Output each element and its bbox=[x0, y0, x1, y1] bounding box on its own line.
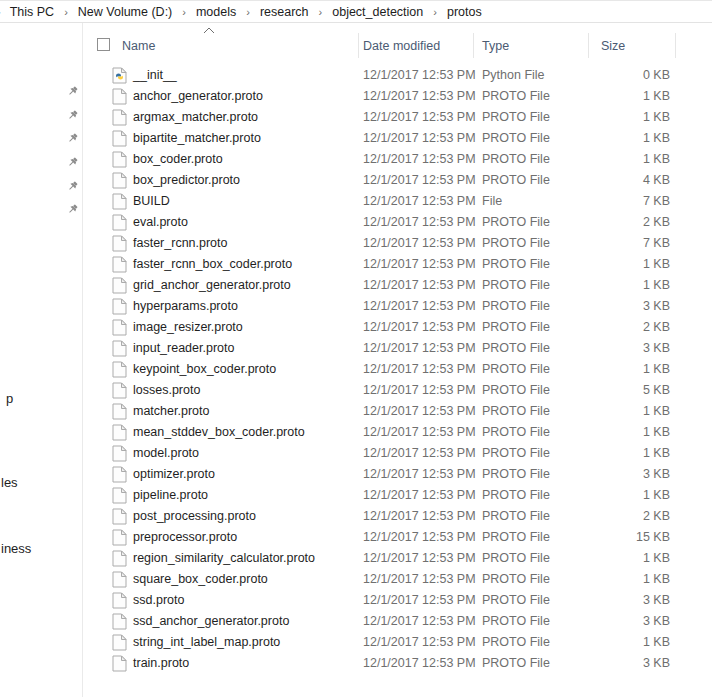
column-header-size[interactable]: Size bbox=[601, 36, 625, 56]
file-name: model.proto bbox=[133, 443, 199, 464]
file-icon bbox=[112, 655, 127, 672]
table-row[interactable]: input_reader.proto12/1/2017 12:53 PMPROT… bbox=[0, 338, 712, 359]
table-row[interactable]: __init__12/1/2017 12:53 PMPython File0 K… bbox=[0, 65, 712, 86]
file-type: PROTO File bbox=[482, 422, 550, 443]
table-row[interactable]: ssd_anchor_generator.proto12/1/2017 12:5… bbox=[0, 611, 712, 632]
table-row[interactable]: faster_rcnn_box_coder.proto12/1/2017 12:… bbox=[0, 254, 712, 275]
breadcrumb-item-research[interactable]: research bbox=[255, 5, 314, 19]
file-date-modified: 12/1/2017 12:53 PM bbox=[363, 170, 476, 191]
file-name: __init__ bbox=[133, 65, 177, 86]
table-row[interactable]: eval.proto12/1/2017 12:53 PMPROTO File2 … bbox=[0, 212, 712, 233]
table-row[interactable]: matcher.proto12/1/2017 12:53 PMPROTO Fil… bbox=[0, 401, 712, 422]
breadcrumb-chevron[interactable]: › bbox=[314, 6, 328, 18]
file-name: ssd.proto bbox=[133, 590, 184, 611]
table-row[interactable]: square_box_coder.proto12/1/2017 12:53 PM… bbox=[0, 569, 712, 590]
table-row[interactable]: hyperparams.proto12/1/2017 12:53 PMPROTO… bbox=[0, 296, 712, 317]
explorer-window: › This PC›New Volume (D:)›models›researc… bbox=[0, 0, 712, 697]
column-header-type[interactable]: Type bbox=[482, 36, 509, 56]
file-icon bbox=[112, 613, 127, 630]
breadcrumb-chevron[interactable]: › bbox=[428, 6, 442, 18]
table-row[interactable]: string_int_label_map.proto12/1/2017 12:5… bbox=[0, 632, 712, 653]
table-row[interactable]: mean_stddev_box_coder.proto12/1/2017 12:… bbox=[0, 422, 712, 443]
file-size: 4 KB bbox=[588, 170, 670, 191]
file-date-modified: 12/1/2017 12:53 PM bbox=[363, 212, 476, 233]
file-name: faster_rcnn.proto bbox=[133, 233, 228, 254]
file-name: losses.proto bbox=[133, 380, 200, 401]
table-row[interactable]: image_resizer.proto12/1/2017 12:53 PMPRO… bbox=[0, 317, 712, 338]
file-type: PROTO File bbox=[482, 506, 550, 527]
table-row[interactable]: post_processing.proto12/1/2017 12:53 PMP… bbox=[0, 506, 712, 527]
table-row[interactable]: model.proto12/1/2017 12:53 PMPROTO File1… bbox=[0, 443, 712, 464]
column-header-name[interactable]: Name bbox=[122, 36, 155, 56]
select-all-checkbox[interactable] bbox=[97, 38, 110, 51]
file-date-modified: 12/1/2017 12:53 PM bbox=[363, 338, 476, 359]
file-type: PROTO File bbox=[482, 338, 550, 359]
file-icon bbox=[112, 634, 127, 651]
column-divider[interactable] bbox=[588, 33, 589, 58]
table-row[interactable]: box_coder.proto12/1/2017 12:53 PMPROTO F… bbox=[0, 149, 712, 170]
breadcrumb-chevron[interactable]: › bbox=[59, 6, 73, 18]
file-size: 1 KB bbox=[588, 485, 670, 506]
file-type: PROTO File bbox=[482, 275, 550, 296]
breadcrumb-item-object-detection[interactable]: object_detection bbox=[327, 5, 428, 19]
table-row[interactable]: region_similarity_calculator.proto12/1/2… bbox=[0, 548, 712, 569]
breadcrumb-chevron[interactable]: › bbox=[177, 6, 191, 18]
file-name: mean_stddev_box_coder.proto bbox=[133, 422, 305, 443]
file-size: 1 KB bbox=[588, 275, 670, 296]
column-divider[interactable] bbox=[675, 33, 676, 58]
file-name: keypoint_box_coder.proto bbox=[133, 359, 276, 380]
file-date-modified: 12/1/2017 12:53 PM bbox=[363, 254, 476, 275]
file-date-modified: 12/1/2017 12:53 PM bbox=[363, 611, 476, 632]
column-divider[interactable] bbox=[473, 33, 474, 58]
table-row[interactable]: argmax_matcher.proto12/1/2017 12:53 PMPR… bbox=[0, 107, 712, 128]
table-row[interactable]: grid_anchor_generator.proto12/1/2017 12:… bbox=[0, 275, 712, 296]
file-icon bbox=[112, 424, 127, 441]
table-row[interactable]: bipartite_matcher.proto12/1/2017 12:53 P… bbox=[0, 128, 712, 149]
file-icon bbox=[112, 382, 127, 399]
file-type: PROTO File bbox=[482, 527, 550, 548]
file-name: post_processing.proto bbox=[133, 506, 256, 527]
file-size: 2 KB bbox=[588, 317, 670, 338]
file-size: 1 KB bbox=[588, 86, 670, 107]
breadcrumb-item-this-pc[interactable]: This PC bbox=[5, 5, 59, 19]
file-icon bbox=[112, 298, 127, 315]
file-size: 15 KB bbox=[588, 527, 670, 548]
python-file-icon bbox=[112, 67, 127, 84]
table-row[interactable]: preprocessor.proto12/1/2017 12:53 PMPROT… bbox=[0, 527, 712, 548]
table-row[interactable]: anchor_generator.proto12/1/2017 12:53 PM… bbox=[0, 86, 712, 107]
column-divider[interactable] bbox=[358, 33, 359, 58]
file-date-modified: 12/1/2017 12:53 PM bbox=[363, 233, 476, 254]
file-name: input_reader.proto bbox=[133, 338, 234, 359]
table-row[interactable]: BUILD12/1/2017 12:53 PMFile7 KB bbox=[0, 191, 712, 212]
file-size: 1 KB bbox=[588, 254, 670, 275]
file-size: 1 KB bbox=[588, 632, 670, 653]
file-type: PROTO File bbox=[482, 317, 550, 338]
file-icon bbox=[112, 277, 127, 294]
file-date-modified: 12/1/2017 12:53 PM bbox=[363, 464, 476, 485]
file-size: 3 KB bbox=[588, 653, 670, 674]
breadcrumb: › This PC›New Volume (D:)›models›researc… bbox=[0, 0, 712, 23]
table-row[interactable]: optimizer.proto12/1/2017 12:53 PMPROTO F… bbox=[0, 464, 712, 485]
table-row[interactable]: losses.proto12/1/2017 12:53 PMPROTO File… bbox=[0, 380, 712, 401]
file-name: box_coder.proto bbox=[133, 149, 223, 170]
file-size: 5 KB bbox=[588, 380, 670, 401]
file-type: PROTO File bbox=[482, 632, 550, 653]
table-row[interactable]: faster_rcnn.proto12/1/2017 12:53 PMPROTO… bbox=[0, 233, 712, 254]
file-date-modified: 12/1/2017 12:53 PM bbox=[363, 653, 476, 674]
table-row[interactable]: pipeline.proto12/1/2017 12:53 PMPROTO Fi… bbox=[0, 485, 712, 506]
file-icon bbox=[112, 214, 127, 231]
table-row[interactable]: keypoint_box_coder.proto12/1/2017 12:53 … bbox=[0, 359, 712, 380]
file-icon bbox=[112, 466, 127, 483]
column-header-date-modified[interactable]: Date modified bbox=[363, 36, 440, 56]
file-size: 7 KB bbox=[588, 233, 670, 254]
table-row[interactable]: train.proto12/1/2017 12:53 PMPROTO File3… bbox=[0, 653, 712, 674]
table-row[interactable]: box_predictor.proto12/1/2017 12:53 PMPRO… bbox=[0, 170, 712, 191]
breadcrumb-chevron[interactable]: › bbox=[241, 6, 255, 18]
table-row[interactable]: ssd.proto12/1/2017 12:53 PMPROTO File3 K… bbox=[0, 590, 712, 611]
file-icon bbox=[112, 487, 127, 504]
file-date-modified: 12/1/2017 12:53 PM bbox=[363, 632, 476, 653]
file-name: argmax_matcher.proto bbox=[133, 107, 258, 128]
breadcrumb-item-new-volume-d[interactable]: New Volume (D:) bbox=[73, 5, 177, 19]
breadcrumb-item-protos[interactable]: protos bbox=[442, 5, 487, 19]
breadcrumb-item-models[interactable]: models bbox=[191, 5, 241, 19]
